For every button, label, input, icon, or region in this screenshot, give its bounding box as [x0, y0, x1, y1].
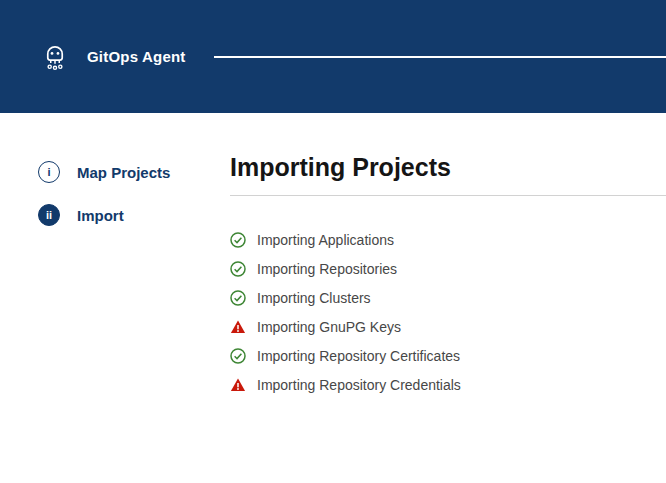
warning-triangle-icon: [230, 319, 246, 335]
import-status-item: Importing Applications: [230, 232, 666, 248]
success-check-icon: [230, 290, 246, 306]
import-status-item: Importing Clusters: [230, 290, 666, 306]
warning-triangle-icon: [230, 377, 246, 393]
header-divider-line: [214, 56, 666, 58]
success-check-icon: [230, 261, 246, 277]
import-status-label: Importing Repository Certificates: [257, 348, 460, 364]
content-area: i Map Projects ii Import Importing Proje…: [0, 113, 666, 406]
wizard-step-label: Map Projects: [77, 164, 170, 181]
import-status-item: Importing Repository Credentials: [230, 377, 666, 393]
brand: GitOps Agent: [38, 40, 186, 74]
import-status-label: Importing Repositories: [257, 261, 397, 277]
success-check-icon: [230, 348, 246, 364]
import-status-item: Importing Repositories: [230, 261, 666, 277]
app-header: GitOps Agent: [0, 0, 666, 113]
import-status-label: Importing Applications: [257, 232, 394, 248]
import-status-label: Importing Repository Credentials: [257, 377, 461, 393]
import-status-item: Importing Repository Certificates: [230, 348, 666, 364]
import-status-list: Importing Applications Importing Reposit…: [230, 232, 666, 393]
import-status-label: Importing GnuPG Keys: [257, 319, 401, 335]
import-status-item: Importing GnuPG Keys: [230, 319, 666, 335]
app-title: GitOps Agent: [87, 48, 186, 65]
success-check-icon: [230, 232, 246, 248]
wizard-step-label: Import: [77, 207, 124, 224]
wizard-step-map-projects[interactable]: i Map Projects: [38, 161, 170, 183]
import-status-label: Importing Clusters: [257, 290, 371, 306]
title-divider: [230, 195, 666, 196]
step-number-badge: ii: [38, 204, 60, 226]
step-number-badge: i: [38, 161, 60, 183]
octopus-logo-icon: [38, 40, 72, 74]
page-title: Importing Projects: [230, 153, 666, 182]
wizard-step-import[interactable]: ii Import: [38, 204, 124, 226]
main-panel: Importing Projects Importing Application…: [230, 113, 666, 406]
wizard-nav: i Map Projects ii Import: [0, 113, 230, 406]
